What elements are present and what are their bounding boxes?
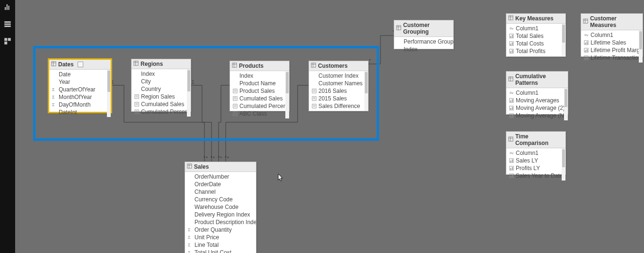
field-row[interactable]: Lifetime Sales	[581, 39, 643, 46]
scrollbar-thumb[interactable]	[365, 72, 368, 93]
diagram-canvas[interactable]: 1*1*1*1**1 DatesDateYearΣQuarterOfYearΣM…	[15, 0, 644, 253]
scrollbar-thumb[interactable]	[286, 72, 289, 93]
table-header[interactable]: Cumulative Patterns	[506, 72, 568, 88]
field-row[interactable]: Region Sales	[132, 93, 191, 100]
field-row[interactable]: ΣQuarterOfYear	[49, 86, 111, 93]
field-row[interactable]: Cumulated Percenta	[230, 102, 289, 110]
scrollbar[interactable]	[562, 148, 565, 181]
field-row[interactable]: Product Sales	[230, 87, 289, 95]
field-row[interactable]: Sales Year to Date	[506, 172, 565, 180]
field-row[interactable]: Year	[49, 78, 111, 86]
field-row[interactable]: Lifetime Profit Margi	[581, 46, 643, 54]
field-row[interactable]: Cumulated Percenta	[132, 108, 191, 116]
field-row[interactable]: DateInt	[49, 108, 111, 116]
field-row[interactable]: Column1	[581, 31, 643, 39]
scrollbar-thumb[interactable]	[107, 71, 110, 92]
field-row[interactable]: Customer Names	[309, 80, 368, 87]
field-row[interactable]: 2015 Sales	[309, 95, 368, 102]
svg-rect-108	[512, 99, 513, 102]
table-products[interactable]: ProductsIndexProduct NameProduct SalesCu…	[229, 61, 290, 111]
field-row[interactable]: Total Costs	[506, 40, 565, 47]
field-row[interactable]: Moving Averages	[506, 97, 568, 104]
field-row[interactable]: Product Description Index	[185, 218, 256, 226]
scrollbar[interactable]	[187, 69, 191, 117]
field-row[interactable]: Index	[132, 70, 191, 78]
field-row[interactable]: Lifetime Transactions	[581, 54, 643, 62]
field-row[interactable]: Performance Group	[394, 38, 453, 45]
table-customers[interactable]: CustomersCustomer IndexCustomer Names201…	[309, 61, 369, 111]
table-header[interactable]: Regions	[132, 59, 191, 69]
field-row[interactable]: OrderNumber	[185, 173, 256, 181]
field-row[interactable]: Currency Code	[185, 196, 256, 203]
blank-icon	[188, 220, 193, 225]
scrollbar[interactable]	[107, 70, 111, 117]
field-row[interactable]: Cumulated Sales	[230, 95, 289, 102]
table-header[interactable]: Dates	[49, 60, 111, 70]
field-row[interactable]: 2016 Sales	[309, 87, 368, 95]
scrollbar[interactable]	[564, 88, 568, 120]
report-view-icon[interactable]	[3, 3, 12, 11]
table-cumpat[interactable]: Cumulative PatternsColumn1Moving Average…	[506, 71, 568, 115]
table-header[interactable]: Customer Grouping	[394, 20, 453, 37]
table-title: Products	[239, 63, 264, 69]
field-row[interactable]: Product Name	[230, 80, 289, 87]
svg-point-103	[510, 92, 512, 93]
table-header[interactable]: Customer Measures	[581, 14, 643, 30]
scrollbar[interactable]	[364, 71, 368, 111]
scrollbar-thumb[interactable]	[639, 31, 642, 49]
field-row[interactable]: ΣOrder Quantity	[185, 226, 256, 234]
svg-rect-45	[233, 112, 237, 116]
field-row[interactable]: Total Sales	[506, 32, 565, 40]
field-row[interactable]: ΣMonthOfYear	[49, 93, 111, 101]
model-view-icon[interactable]	[3, 37, 12, 45]
field-label: Total Profits	[516, 48, 546, 54]
table-header[interactable]: Customers	[309, 61, 368, 71]
table-keymeasures[interactable]: Key MeasuresColumn1Total SalesTotal Cost…	[506, 13, 566, 57]
field-row[interactable]: Delivery Region Index	[185, 211, 256, 218]
blank-icon	[134, 72, 139, 76]
table-custmeasures[interactable]: Customer MeasuresColumn1Lifetime SalesLi…	[581, 13, 643, 57]
field-row[interactable]: Sales LY	[506, 157, 565, 164]
field-row[interactable]: ΣUnit Price	[185, 234, 256, 241]
field-row[interactable]: Sales Difference	[309, 102, 368, 110]
svg-rect-60	[397, 26, 401, 30]
field-row[interactable]: Column1	[506, 89, 568, 97]
field-row[interactable]: Country	[132, 85, 191, 93]
table-timecomp[interactable]: Time ComparisonColumn1Sales LYProfits LY…	[506, 131, 566, 175]
scrollbar-thumb[interactable]	[562, 25, 565, 43]
table-header[interactable]: Sales	[185, 162, 256, 172]
table-header[interactable]: Products	[230, 61, 289, 71]
field-row[interactable]: ΣLine Total	[185, 241, 256, 249]
field-row[interactable]: Date	[49, 71, 111, 78]
field-row[interactable]: Cumulated Sales	[132, 100, 191, 108]
scrollbar-thumb[interactable]	[562, 149, 565, 167]
field-row[interactable]: Profits LY	[506, 164, 565, 172]
scrollbar-thumb[interactable]	[565, 89, 567, 107]
scrollbar-thumb[interactable]	[187, 70, 190, 91]
field-row[interactable]: Index	[230, 72, 289, 80]
field-row[interactable]: Customer Index	[309, 72, 368, 80]
data-view-icon[interactable]	[3, 20, 12, 28]
field-row[interactable]: Moving Average (2)	[506, 104, 568, 112]
field-row[interactable]: Column1	[506, 149, 565, 157]
field-row[interactable]: ΣDayOfMonth	[49, 101, 111, 108]
scrollbar[interactable]	[639, 30, 643, 63]
table-header[interactable]: Key Measures	[506, 14, 565, 24]
scrollbar[interactable]	[562, 24, 565, 56]
field-row[interactable]: ΣTotal Unit Cost	[185, 249, 256, 253]
table-regions[interactable]: RegionsIndexCityCountryRegion SalesCumul…	[131, 59, 191, 112]
table-dates[interactable]: DatesDateYearΣQuarterOfYearΣMonthOfYearΣ…	[48, 59, 112, 113]
table-sales[interactable]: SalesOrderNumberOrderDateChannelCurrency…	[185, 162, 256, 253]
field-row[interactable]: Channel	[185, 188, 256, 196]
field-row[interactable]: OrderDate	[185, 181, 256, 188]
table-header[interactable]: Time Comparison	[506, 132, 565, 148]
field-row[interactable]: Column1	[506, 25, 565, 32]
field-row[interactable]: Total Profits	[506, 47, 565, 55]
field-row[interactable]: Moving Average (No	[506, 112, 568, 119]
field-row[interactable]: Index	[394, 45, 453, 53]
scrollbar[interactable]	[285, 71, 289, 118]
field-row[interactable]: City	[132, 78, 191, 85]
field-row[interactable]: ABC Class	[230, 110, 289, 117]
table-custgroup[interactable]: Customer GroupingPerformance GroupIndex	[394, 20, 454, 49]
field-row[interactable]: Warehouse Code	[185, 203, 256, 211]
